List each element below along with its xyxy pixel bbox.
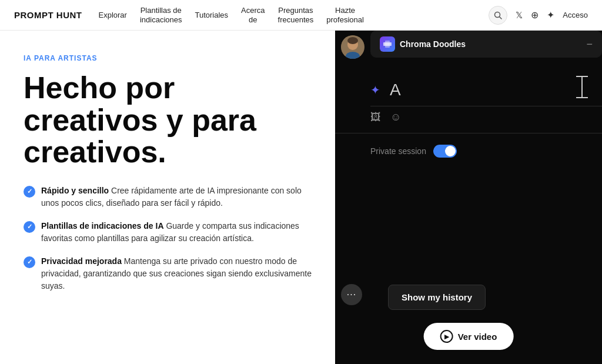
- star-icon: ✦: [370, 83, 380, 97]
- left-panel: IA PARA ARTISTAS Hecho por creativos y p…: [0, 31, 335, 364]
- private-session-row: Private session: [370, 145, 602, 158]
- right-panel: Chroma Doodles − ✦ A 🖼 ☺ Private: [335, 31, 602, 364]
- private-session-toggle[interactable]: [433, 145, 457, 158]
- feature-item-3: Privacidad mejorada Mantenga su arte pri…: [24, 255, 312, 292]
- nav-explorar[interactable]: Explorar: [99, 11, 127, 20]
- nav: Explorar Plantillas de indicaciones Tuto…: [99, 6, 473, 24]
- nav-tutoriales[interactable]: Tutoriales: [195, 11, 228, 20]
- ver-video-button[interactable]: ▶ Ver video: [424, 323, 514, 350]
- divider: [335, 133, 602, 133]
- settings-icon[interactable]: ✦: [547, 9, 554, 21]
- minimize-button[interactable]: −: [586, 38, 593, 51]
- discord-icon[interactable]: ⊕: [531, 9, 539, 21]
- search-button[interactable]: [489, 6, 507, 25]
- features-list: Rápido y sencillo Cree rápidamente arte …: [24, 185, 312, 292]
- svg-line-1: [500, 16, 502, 19]
- acceso-button[interactable]: Acceso: [563, 11, 588, 19]
- feature-item-2: Plantillas de indicaciones de IA Guarde …: [24, 220, 312, 245]
- private-session-label: Private session: [370, 146, 426, 156]
- header-right: 𝕏 ⊕ ✦ Acceso: [489, 6, 588, 25]
- check-icon-3: [24, 256, 35, 268]
- person-avatar-img: [341, 35, 364, 59]
- image-icon[interactable]: 🖼: [370, 111, 381, 123]
- search-icon: [494, 11, 502, 19]
- tag-label: IA PARA ARTISTAS: [24, 54, 312, 62]
- header: PROMPT HUNT Explorar Plantillas de indic…: [0, 0, 602, 31]
- check-icon-1: [24, 186, 35, 198]
- nav-acerca[interactable]: Acerca de: [241, 6, 265, 24]
- check-icon-2: [24, 221, 35, 233]
- badge-name-label: Chroma Doodles: [400, 39, 466, 49]
- chroma-badge: Chroma Doodles: [380, 36, 579, 52]
- emoji-icon[interactable]: ☺: [390, 111, 401, 123]
- feature-bold-1: Rápido y sencillo: [41, 186, 109, 195]
- nav-profesional[interactable]: Hazte profesional: [326, 6, 364, 24]
- input-text-a: A: [390, 81, 401, 99]
- feature-text-3: Privacidad mejorada Mantenga su arte pri…: [41, 255, 312, 292]
- play-circle-icon: ▶: [440, 330, 453, 343]
- twitter-icon[interactable]: 𝕏: [516, 10, 523, 21]
- hero-title: Hecho por creativos y para creativos.: [24, 72, 312, 168]
- chroma-icon: [383, 39, 392, 49]
- input-row: ✦ A: [370, 68, 602, 111]
- toggle-knob: [445, 146, 456, 156]
- main: IA PARA ARTISTAS Hecho por creativos y p…: [0, 31, 602, 364]
- three-dots-icon: ···: [347, 289, 356, 300]
- badge-icon: [380, 36, 395, 52]
- play-icon: ▶: [444, 333, 449, 340]
- feature-text-1: Rápido y sencillo Cree rápidamente arte …: [41, 185, 312, 209]
- user-bar: Chroma Doodles −: [370, 31, 602, 58]
- feature-bold-2: Plantillas de indicaciones de IA: [41, 221, 164, 231]
- svg-point-4: [347, 37, 358, 44]
- nav-plantillas[interactable]: Plantillas de indicaciones: [140, 6, 182, 24]
- avatar: [341, 35, 364, 59]
- svg-rect-7: [385, 41, 390, 48]
- feature-text-2: Plantillas de indicaciones de IA Guarde …: [41, 220, 312, 245]
- text-cursor-icon: [574, 75, 590, 99]
- feature-item-1: Rápido y sencillo Cree rápidamente arte …: [24, 185, 312, 209]
- show-history-button[interactable]: Show my history: [388, 285, 486, 310]
- cursor-icon: [574, 75, 590, 104]
- logo: PROMPT HUNT: [14, 10, 82, 20]
- three-dots-button[interactable]: ···: [341, 284, 362, 305]
- ver-video-label: Ver video: [458, 332, 497, 342]
- bottom-toolbar: 🖼 ☺: [370, 106, 602, 128]
- nav-faq[interactable]: Preguntas frecuentes: [278, 6, 314, 24]
- feature-bold-3: Privacidad mejorada: [41, 256, 122, 266]
